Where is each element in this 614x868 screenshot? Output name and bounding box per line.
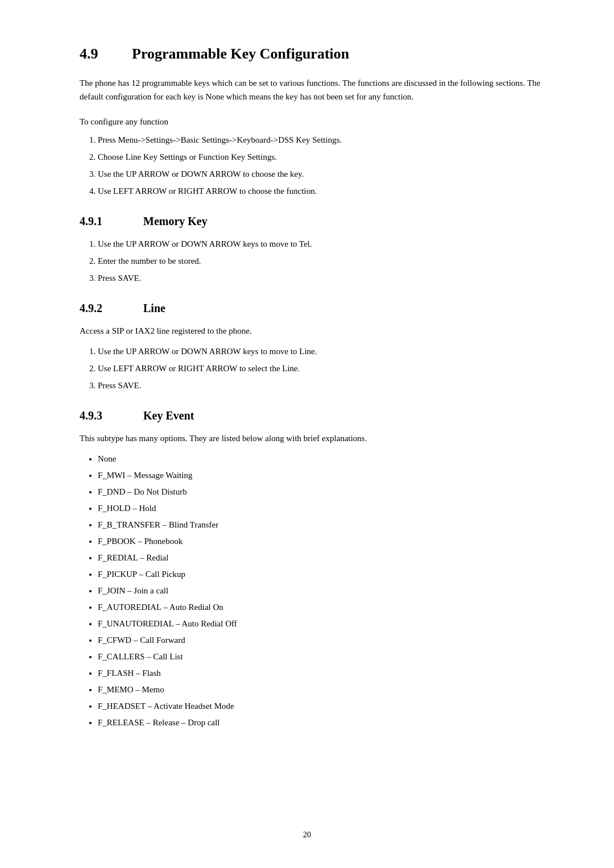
section-49-intro: The phone has 12 programmable keys which…: [80, 76, 546, 103]
section-491-steps: Use the UP ARROW or DOWN ARROW keys to m…: [98, 237, 546, 285]
section-492-desc: Access a SIP or IAX2 line registered to …: [80, 324, 546, 338]
section-491-title: Memory Key: [143, 215, 208, 228]
section-492: 4.9.2 Line Access a SIP or IAX2 line reg…: [80, 302, 546, 392]
section-49-steps: Press Menu->Settings->Basic Settings->Ke…: [98, 133, 546, 198]
list-item: F_MWI – Message Waiting: [98, 468, 546, 482]
list-item: F_HEADSET – Activate Headset Mode: [98, 699, 546, 713]
list-item: Enter the number to be stored.: [98, 254, 546, 268]
list-item: Choose Line Key Settings or Function Key…: [98, 150, 546, 164]
list-item: Use LEFT ARROW or RIGHT ARROW to select …: [98, 362, 546, 375]
list-item: F_RELEASE – Release – Drop call: [98, 716, 546, 729]
section-49-title: Programmable Key Configuration: [132, 45, 349, 63]
section-49-number: 4.9: [80, 45, 114, 63]
list-item: Use the UP ARROW or DOWN ARROW to choose…: [98, 167, 546, 181]
section-491-number: 4.9.1: [80, 215, 125, 228]
list-item: Use the UP ARROW or DOWN ARROW keys to m…: [98, 344, 546, 358]
config-intro: To configure any function: [80, 115, 546, 128]
list-item: F_REDIAL – Redial: [98, 551, 546, 564]
list-item: F_DND – Do Not Disturb: [98, 485, 546, 499]
list-item: F_HOLD – Hold: [98, 501, 546, 515]
page-number: 20: [303, 830, 311, 840]
list-item: F_AUTOREDIAL – Auto Redial On: [98, 600, 546, 614]
list-item: F_JOIN – Join a call: [98, 584, 546, 597]
section-492-steps: Use the UP ARROW or DOWN ARROW keys to m…: [98, 344, 546, 392]
section-493-desc: This subtype has many options. They are …: [80, 431, 546, 445]
section-493-heading: 4.9.3 Key Event: [80, 409, 546, 422]
list-item: F_PICKUP – Call Pickup: [98, 567, 546, 581]
list-item: F_MEMO – Memo: [98, 683, 546, 696]
section-492-heading: 4.9.2 Line: [80, 302, 546, 315]
section-492-title: Line: [143, 302, 165, 315]
section-49-heading: 4.9 Programmable Key Configuration: [80, 45, 546, 63]
list-item: Press Menu->Settings->Basic Settings->Ke…: [98, 133, 546, 147]
list-item: None: [98, 452, 546, 466]
list-item: Use the UP ARROW or DOWN ARROW keys to m…: [98, 237, 546, 251]
section-493-items: None F_MWI – Message Waiting F_DND – Do …: [98, 452, 546, 729]
section-491-heading: 4.9.1 Memory Key: [80, 215, 546, 228]
section-493: 4.9.3 Key Event This subtype has many op…: [80, 409, 546, 729]
page: 4.9 Programmable Key Configuration The p…: [0, 0, 614, 868]
list-item: F_UNAUTOREDIAL – Auto Redial Off: [98, 617, 546, 630]
list-item: F_CFWD – Call Forward: [98, 633, 546, 647]
list-item: Press SAVE.: [98, 379, 546, 392]
section-491: 4.9.1 Memory Key Use the UP ARROW or DOW…: [80, 215, 546, 285]
section-493-number: 4.9.3: [80, 409, 125, 422]
list-item: F_FLASH – Flash: [98, 666, 546, 680]
section-493-title: Key Event: [143, 409, 194, 422]
list-item: Use LEFT ARROW or RIGHT ARROW to choose …: [98, 184, 546, 198]
list-item: F_PBOOK – Phonebook: [98, 534, 546, 548]
list-item: F_CALLERS – Call List: [98, 650, 546, 663]
list-item: F_B_TRANSFER – Blind Transfer: [98, 518, 546, 531]
list-item: Press SAVE.: [98, 271, 546, 285]
section-492-number: 4.9.2: [80, 302, 125, 315]
